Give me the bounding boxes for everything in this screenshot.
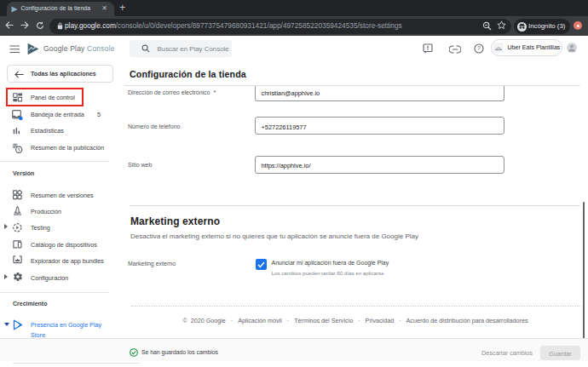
svg-text:?: ?: [477, 45, 481, 51]
